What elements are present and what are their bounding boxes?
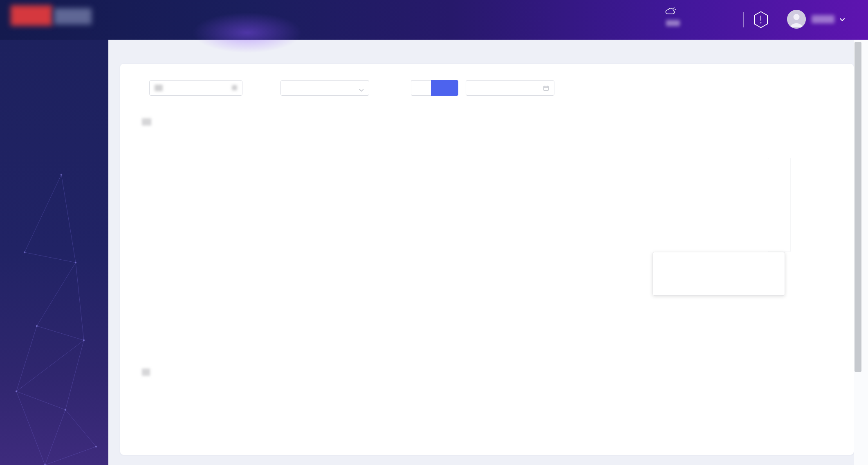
select-caret-icon — [359, 87, 364, 93]
weather-cloud-icon — [664, 6, 679, 18]
weather-blur — [666, 20, 680, 26]
scrollbar-thumb[interactable] — [855, 42, 861, 372]
top-nav-bar — [0, 0, 868, 40]
logo-text — [54, 8, 92, 25]
sidebar — [0, 40, 108, 465]
scrollbar-track[interactable] — [854, 40, 868, 465]
calendar-icon — [543, 85, 549, 92]
content-card — [120, 64, 854, 455]
logo — [11, 5, 52, 26]
year-toggle-button[interactable] — [411, 80, 431, 96]
month-toggle-button[interactable] — [431, 80, 458, 96]
date-picker[interactable] — [466, 80, 554, 96]
avatar[interactable] — [787, 10, 806, 29]
factory-select[interactable] — [149, 80, 242, 96]
constellation-decoration — [0, 40, 108, 465]
energy-type-select[interactable] — [280, 80, 369, 96]
chart1-tooltip — [653, 252, 785, 296]
header-divider — [743, 12, 744, 27]
chevron-down-icon[interactable] — [835, 16, 845, 23]
chart2-title-blur — [142, 368, 150, 376]
user-menu[interactable] — [787, 10, 845, 29]
alert-hexagon-icon[interactable] — [753, 11, 769, 29]
chart1-hover-band — [768, 158, 791, 252]
weather-widget — [664, 6, 683, 26]
app — [0, 0, 868, 465]
chart1-title-blur — [142, 118, 151, 126]
user-name-blur — [812, 15, 834, 23]
content-area — [108, 40, 868, 465]
